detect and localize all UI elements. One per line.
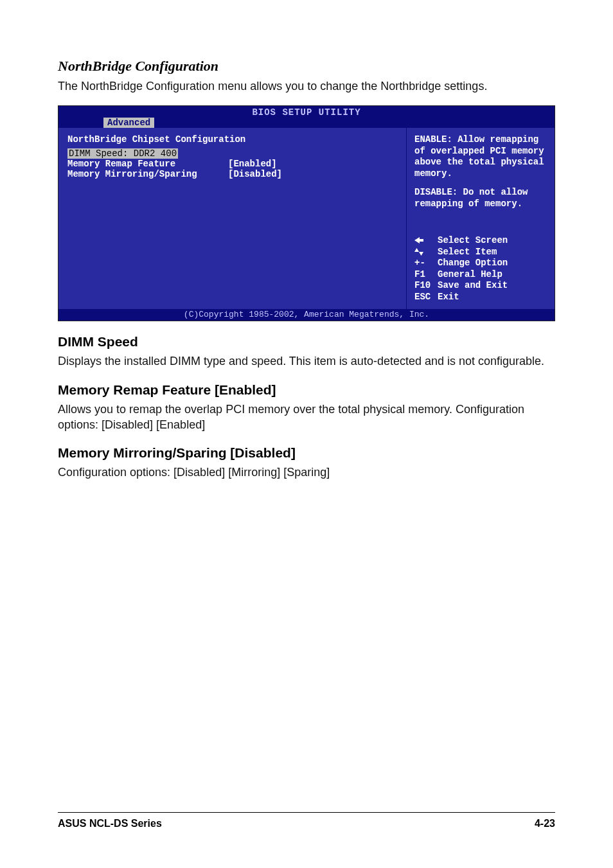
bios-row-memory-remap[interactable]: Memory Remap Feature [Enabled]: [67, 159, 397, 169]
bios-row-dimm-speed[interactable]: DIMM Speed: DDR2 400: [67, 148, 397, 159]
bios-help-disable: DISABLE: Do not allow remapping of memor…: [414, 187, 547, 209]
bios-nav-screen: Select Screen: [414, 235, 547, 247]
dimm-speed-body: Displays the installed DIMM type and spe…: [58, 353, 555, 369]
bios-nav: Select Screen Select Item +- Change Opti…: [414, 235, 547, 303]
memory-mirroring-body: Configuration options: [Disabled] [Mirro…: [58, 465, 555, 480]
bios-dimm-speed-label: DIMM Speed: DDR2 400: [67, 148, 178, 159]
bios-tab-advanced[interactable]: Advanced: [103, 118, 154, 128]
bios-nav-exit: ESC Exit: [414, 292, 547, 303]
bios-body: NorthBridge Chipset Configuration DIMM S…: [58, 128, 555, 309]
bios-screen: BIOS SETUP UTILITY Advanced NorthBridge …: [58, 105, 555, 321]
bios-nav-item-label: Select Item: [438, 247, 497, 258]
bios-nav-item: Select Item: [414, 247, 547, 258]
bios-section-title: NorthBridge Chipset Configuration: [67, 134, 397, 145]
bios-mirror-label: Memory Mirroring/Sparing: [67, 169, 228, 179]
dimm-speed-heading: DIMM Speed: [58, 334, 555, 350]
bios-nav-help-label: General Help: [438, 269, 502, 281]
arrow-left-icon: [414, 235, 438, 247]
bios-nav-change: +- Change Option: [414, 258, 547, 269]
bios-nav-save: F10 Save and Exit: [414, 280, 547, 292]
bios-nav-save-key: F10: [414, 280, 438, 292]
bios-nav-change-label: Change Option: [438, 258, 508, 269]
svg-marker-0: [414, 237, 423, 244]
bios-right-pane: ENABLE: Allow remapping of overlapped PC…: [407, 128, 555, 309]
memory-remap-heading: Memory Remap Feature [Enabled]: [58, 382, 555, 398]
bios-footer: (C)Copyright 1985-2002, American Megatre…: [58, 309, 555, 321]
memory-remap-body: Allows you to remap the overlap PCI memo…: [58, 402, 555, 433]
svg-marker-1: [414, 248, 419, 252]
footer-product: ASUS NCL-DS Series: [58, 818, 162, 829]
bios-row-memory-mirroring[interactable]: Memory Mirroring/Sparing [Disabled]: [67, 169, 397, 179]
bios-remap-label: Memory Remap Feature: [67, 159, 228, 169]
bios-tabbar: Advanced: [58, 118, 555, 128]
svg-marker-2: [419, 252, 423, 256]
section-northbridge: NorthBridge Configuration The NorthBridg…: [58, 58, 555, 94]
bios-help-enable: ENABLE: Allow remapping of overlapped PC…: [414, 134, 547, 179]
bios-nav-help-key: F1: [414, 269, 438, 281]
section-memory-mirroring: Memory Mirroring/Sparing [Disabled] Conf…: [58, 445, 555, 480]
bios-left-pane: NorthBridge Chipset Configuration DIMM S…: [58, 128, 407, 309]
bios-nav-change-key: +-: [414, 258, 438, 269]
bios-nav-screen-label: Select Screen: [438, 235, 508, 247]
bios-nav-exit-key: ESC: [414, 292, 438, 303]
bios-nav-save-label: Save and Exit: [438, 280, 508, 292]
bios-nav-help: F1 General Help: [414, 269, 547, 281]
page-footer: ASUS NCL-DS Series 4-23: [58, 812, 555, 829]
arrow-updown-icon: [414, 247, 438, 258]
section-dimm-speed: DIMM Speed Displays the installed DIMM t…: [58, 334, 555, 369]
northbridge-body: The NorthBridge Configuration menu allow…: [58, 78, 555, 94]
bios-remap-value: [Enabled]: [228, 159, 277, 169]
memory-mirroring-heading: Memory Mirroring/Sparing [Disabled]: [58, 445, 555, 461]
section-memory-remap: Memory Remap Feature [Enabled] Allows yo…: [58, 382, 555, 433]
footer-page-number: 4-23: [535, 818, 555, 829]
bios-nav-exit-label: Exit: [438, 292, 459, 303]
bios-mirror-value: [Disabled]: [228, 169, 282, 179]
northbridge-heading: NorthBridge Configuration: [58, 58, 555, 75]
bios-title: BIOS SETUP UTILITY: [58, 106, 555, 118]
